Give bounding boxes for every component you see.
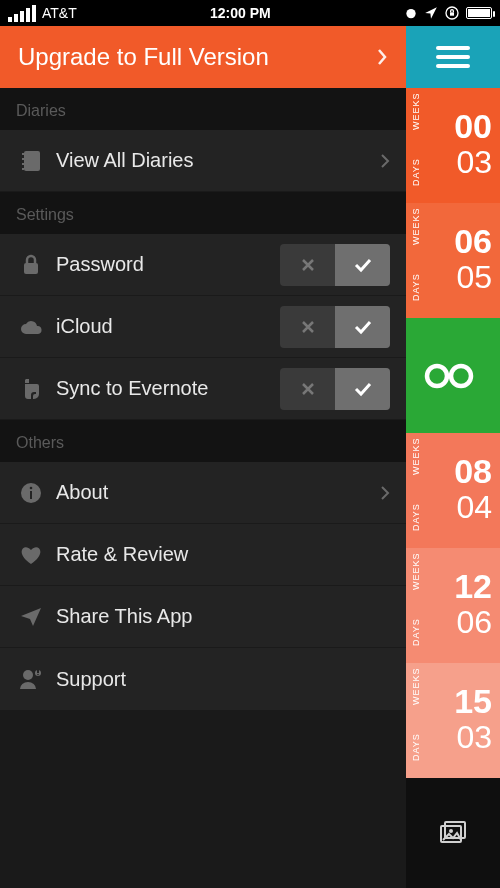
carrier-label: AT&T xyxy=(42,5,77,21)
diary-tile[interactable]: WEEKS06DAYS05 xyxy=(406,203,500,318)
view-all-diaries-row[interactable]: View All Diaries xyxy=(0,130,406,192)
signal-icon xyxy=(8,5,36,22)
rate-row[interactable]: Rate & Review xyxy=(0,524,406,586)
info-icon xyxy=(16,482,46,504)
toggle-off-icon xyxy=(280,368,335,410)
evernote-row: Sync to Evernote xyxy=(0,358,406,420)
alarm-icon xyxy=(404,6,418,20)
chevron-right-icon xyxy=(380,485,390,501)
icloud-label: iCloud xyxy=(46,315,280,338)
share-row[interactable]: Share This App xyxy=(0,586,406,648)
svg-point-22 xyxy=(449,829,453,833)
days-value: 03 xyxy=(456,143,492,181)
password-toggle[interactable] xyxy=(280,244,390,286)
heart-icon xyxy=(16,545,46,565)
weeks-value: 08 xyxy=(454,454,492,488)
paper-plane-icon xyxy=(16,607,46,627)
days-label: DAYS xyxy=(411,273,421,301)
svg-point-18 xyxy=(427,366,447,386)
weeks-value: 12 xyxy=(454,569,492,603)
section-diaries-title: Diaries xyxy=(0,88,406,130)
toggle-off-icon xyxy=(280,244,335,286)
chevron-right-icon xyxy=(380,153,390,169)
days-label: DAYS xyxy=(411,503,421,531)
weeks-label: WEEKS xyxy=(411,437,421,475)
hamburger-button[interactable] xyxy=(406,26,500,88)
battery-icon xyxy=(466,7,492,19)
svg-point-17 xyxy=(37,674,39,676)
toggle-on-icon xyxy=(335,368,390,410)
svg-point-19 xyxy=(451,366,471,386)
weeks-label: WEEKS xyxy=(411,552,421,590)
photos-icon xyxy=(438,820,468,846)
support-icon xyxy=(16,668,46,690)
cloud-icon xyxy=(16,318,46,336)
svg-rect-2 xyxy=(410,13,413,14)
share-label: Share This App xyxy=(46,605,390,628)
svg-point-14 xyxy=(23,670,33,680)
weeks-value: 15 xyxy=(454,684,492,718)
svg-rect-12 xyxy=(30,491,32,499)
section-settings-title: Settings xyxy=(0,192,406,234)
diary-tile[interactable]: WEEKS08DAYS04 xyxy=(406,433,500,548)
support-label: Support xyxy=(46,668,390,691)
diary-tile-infinity[interactable] xyxy=(406,318,500,433)
weeks-label: WEEKS xyxy=(411,667,421,705)
evernote-label: Sync to Evernote xyxy=(46,377,280,400)
hamburger-icon xyxy=(436,46,470,68)
support-row[interactable]: Support xyxy=(0,648,406,710)
svg-rect-10 xyxy=(24,263,38,274)
toggle-off-icon xyxy=(280,306,335,348)
svg-rect-6 xyxy=(22,153,24,155)
main-panel: Upgrade to Full Version Diaries View All… xyxy=(0,26,406,888)
right-rail: WEEKS00DAYS03WEEKS06DAYS05WEEKS08DAYS04W… xyxy=(406,26,500,888)
infinity-icon xyxy=(421,361,477,391)
view-all-diaries-label: View All Diaries xyxy=(46,149,380,172)
password-label: Password xyxy=(46,253,280,276)
days-value: 06 xyxy=(456,603,492,641)
weeks-value: 06 xyxy=(454,224,492,258)
toggle-on-icon xyxy=(335,306,390,348)
svg-rect-5 xyxy=(24,151,40,171)
diary-icon xyxy=(16,149,46,173)
days-label: DAYS xyxy=(411,618,421,646)
weeks-label: WEEKS xyxy=(411,92,421,130)
svg-rect-7 xyxy=(22,158,24,160)
weeks-label: WEEKS xyxy=(411,207,421,245)
svg-rect-8 xyxy=(22,163,24,165)
section-others-title: Others xyxy=(0,420,406,462)
icloud-toggle[interactable] xyxy=(280,306,390,348)
orientation-lock-icon xyxy=(444,5,460,21)
photos-button[interactable] xyxy=(406,778,500,888)
chevron-right-icon xyxy=(376,48,388,66)
location-icon xyxy=(424,6,438,20)
rate-label: Rate & Review xyxy=(46,543,390,566)
evernote-toggle[interactable] xyxy=(280,368,390,410)
evernote-icon xyxy=(16,377,46,401)
diary-tile[interactable]: WEEKS00DAYS03 xyxy=(406,88,500,203)
toggle-on-icon xyxy=(335,244,390,286)
weeks-value: 00 xyxy=(454,109,492,143)
days-value: 04 xyxy=(456,488,492,526)
about-label: About xyxy=(46,481,380,504)
about-row[interactable]: About xyxy=(0,462,406,524)
days-value: 05 xyxy=(456,258,492,296)
days-label: DAYS xyxy=(411,733,421,761)
diary-tile[interactable]: WEEKS12DAYS06 xyxy=(406,548,500,663)
svg-rect-4 xyxy=(450,12,454,15)
days-label: DAYS xyxy=(411,158,421,186)
icloud-row: iCloud xyxy=(0,296,406,358)
upgrade-label: Upgrade to Full Version xyxy=(18,43,376,71)
svg-rect-9 xyxy=(22,168,24,170)
diary-tile[interactable]: WEEKS15DAYS03 xyxy=(406,663,500,778)
status-bar: AT&T 12:00 PM xyxy=(0,0,500,26)
lock-icon xyxy=(16,254,46,276)
svg-point-13 xyxy=(30,486,33,489)
days-value: 03 xyxy=(456,718,492,756)
upgrade-banner[interactable]: Upgrade to Full Version xyxy=(0,26,406,88)
svg-rect-16 xyxy=(37,670,39,673)
password-row: Password xyxy=(0,234,406,296)
status-time: 12:00 PM xyxy=(77,5,404,21)
